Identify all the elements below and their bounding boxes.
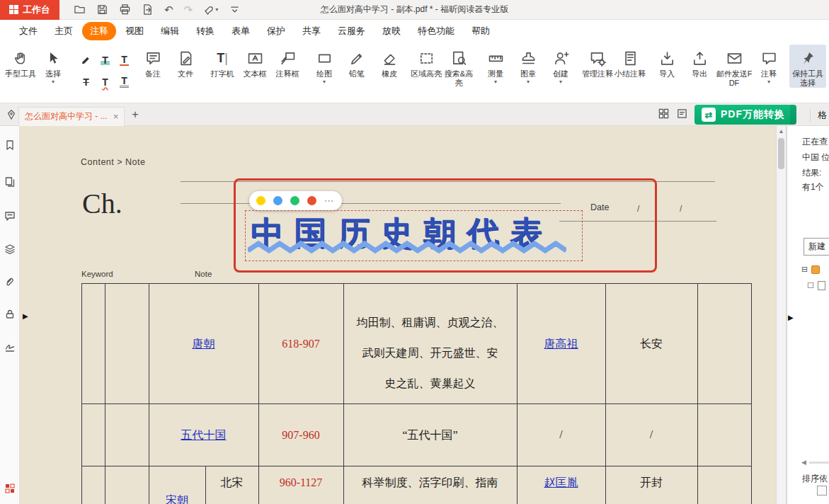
annotate-pencil-icon[interactable] (78, 52, 95, 69)
stamp-button[interactable]: 图章 ▾ (512, 45, 544, 85)
dynasty-link[interactable]: 宋朝 (166, 494, 188, 504)
founder-link[interactable]: 唐高祖 (544, 338, 578, 350)
menu-edit[interactable]: 编辑 (153, 22, 187, 40)
title-bar: 怎么面对高中学习 - 副本.pdf * - 福昕阅读器专业版 工作台 ↶ ↷ ▾ (0, 0, 829, 20)
scroll-up-icon[interactable]: ▲ (777, 128, 786, 134)
red-color-dot[interactable] (307, 196, 316, 205)
menu-view[interactable]: 视图 (118, 22, 151, 40)
open-folder-icon[interactable] (74, 4, 86, 16)
email-fdf-button[interactable]: 邮件发送FDF (716, 45, 753, 88)
comments-export-button[interactable]: 注释 ▾ (753, 45, 785, 85)
redo-icon[interactable]: ↷ (184, 4, 193, 15)
panel-expand-handle[interactable]: ▶ (788, 314, 794, 321)
comments-panel-icon[interactable] (4, 210, 16, 222)
attachment-paperclip-icon[interactable] (4, 275, 16, 288)
scroll-left-icon[interactable]: ◀ (801, 459, 806, 466)
sidebar-expand-handle[interactable]: ▶ (23, 313, 28, 320)
area-highlight-button[interactable]: 区域高亮 (410, 45, 442, 79)
manage-comments-icon (590, 47, 606, 69)
keyword-column-label: Keyword (81, 270, 113, 278)
tab-grid-icon[interactable] (658, 108, 670, 122)
manage-comments-button[interactable]: 管理注释 (581, 45, 614, 79)
security-lock-icon[interactable] (4, 308, 16, 321)
export-page-icon[interactable] (142, 4, 154, 16)
menu-cloud[interactable]: 云服务 (330, 22, 373, 40)
stamp-icon (520, 47, 537, 69)
textbox-button[interactable]: 文本框 (239, 45, 271, 79)
hand-tool-button[interactable]: 手型工具 (4, 45, 37, 79)
note-button[interactable]: 备注 (137, 45, 169, 79)
annotation-color-toolbar[interactable]: ⋯ (249, 191, 342, 210)
format-brush-icon[interactable]: ▾ (203, 4, 218, 16)
scrollbar-track[interactable] (809, 462, 829, 464)
green-color-dot[interactable] (290, 196, 299, 205)
text-markup-group: T T T T T (76, 49, 134, 93)
select-tool-button[interactable]: 选择 ▾ (37, 45, 69, 85)
scrollbar-thumb[interactable] (778, 138, 784, 169)
tree-item[interactable]: ☐ (807, 281, 825, 290)
menu-help[interactable]: 帮助 (464, 22, 498, 40)
tree-item[interactable]: ⊟ (801, 265, 820, 274)
print-icon[interactable] (119, 4, 131, 16)
tree-expand-icon[interactable]: ⊟ (801, 265, 808, 274)
vertical-scrollbar[interactable]: ▲ (776, 126, 787, 504)
squiggly-text-icon[interactable]: T (97, 74, 114, 91)
menu-slideshow[interactable]: 放映 (375, 22, 408, 40)
menu-convert[interactable]: 转换 (188, 22, 222, 40)
table-row: 唐高祖 (517, 337, 605, 352)
search-status-text: 正在查 (802, 136, 828, 148)
page-thumbnails-icon[interactable] (4, 176, 16, 188)
eraser-icon (382, 47, 398, 69)
create-button[interactable]: 创建 ▾ (544, 45, 577, 85)
menu-form[interactable]: 表单 (224, 22, 258, 40)
keep-tool-selected-button[interactable]: 保持工具选择 (789, 45, 826, 88)
customize-toolbar-icon[interactable] (229, 4, 241, 16)
pen-nib-icon[interactable] (4, 109, 18, 120)
drawing-button[interactable]: 绘图 ▾ (308, 45, 341, 85)
blue-color-dot[interactable] (273, 196, 282, 205)
signature-icon[interactable] (4, 340, 16, 353)
save-icon[interactable] (96, 4, 108, 16)
menu-protect[interactable]: 保护 (259, 22, 293, 40)
dynasty-link[interactable]: 唐朝 (193, 338, 215, 350)
typewriter-label: 打字机 (211, 69, 234, 79)
close-icon[interactable]: × (113, 111, 119, 122)
founder-link[interactable]: 赵匡胤 (544, 476, 578, 488)
search-highlight-button[interactable]: 搜索&高亮 (442, 45, 475, 88)
new-button[interactable]: 新建 (804, 238, 829, 256)
dynasty-link[interactable]: 五代十国 (181, 429, 227, 441)
new-tab-button[interactable]: + (132, 108, 138, 121)
replace-text-icon[interactable]: T (116, 74, 133, 91)
more-colors-icon[interactable]: ⋯ (324, 196, 333, 205)
chevron-down-icon: ▾ (215, 7, 218, 13)
chevron-down-icon: ▾ (52, 79, 55, 85)
menu-home[interactable]: 主页 (47, 22, 81, 40)
eraser-button[interactable]: 橡皮 (373, 45, 406, 79)
summary-comments-button[interactable]: 小结注释 (614, 45, 646, 79)
doc-edit-icon[interactable] (676, 108, 688, 122)
menu-features[interactable]: 特色功能 (410, 22, 462, 40)
import-comments-button[interactable]: 导入 (651, 45, 683, 79)
underline-text-icon[interactable]: T (116, 52, 133, 69)
typewriter-button[interactable]: T| 打字机 (206, 45, 239, 79)
strikeout-text-icon[interactable]: T (78, 74, 95, 91)
yellow-color-dot[interactable] (256, 196, 265, 205)
bookmark-icon[interactable] (4, 139, 16, 151)
menu-comment[interactable]: 注释 (82, 22, 116, 40)
measure-button[interactable]: 测量 ▾ (479, 45, 512, 85)
menu-share[interactable]: 共享 (295, 22, 328, 40)
export-comments-button[interactable]: 导出 (683, 45, 716, 79)
pushpin-icon (800, 47, 816, 69)
undo-icon[interactable]: ↶ (164, 4, 173, 15)
pencil-button[interactable]: 铅笔 (341, 45, 373, 79)
layers-icon[interactable] (4, 243, 16, 256)
checkbox-icon[interactable]: ☐ (807, 281, 814, 290)
file-attachment-button[interactable]: 文件 (169, 45, 202, 79)
callout-button[interactable]: 注释框 (271, 45, 304, 79)
menu-file[interactable]: 文件 (11, 22, 45, 40)
pdf-convert-button[interactable]: ⇄ PDF万能转换 (694, 105, 796, 125)
document-tab[interactable]: 怎么面对高中学习 - ... × (18, 107, 125, 126)
horizontal-scrollbar[interactable]: ◀ (801, 459, 829, 466)
red-stamp-icon[interactable] (4, 482, 16, 495)
highlight-text-icon[interactable]: T (97, 52, 114, 69)
